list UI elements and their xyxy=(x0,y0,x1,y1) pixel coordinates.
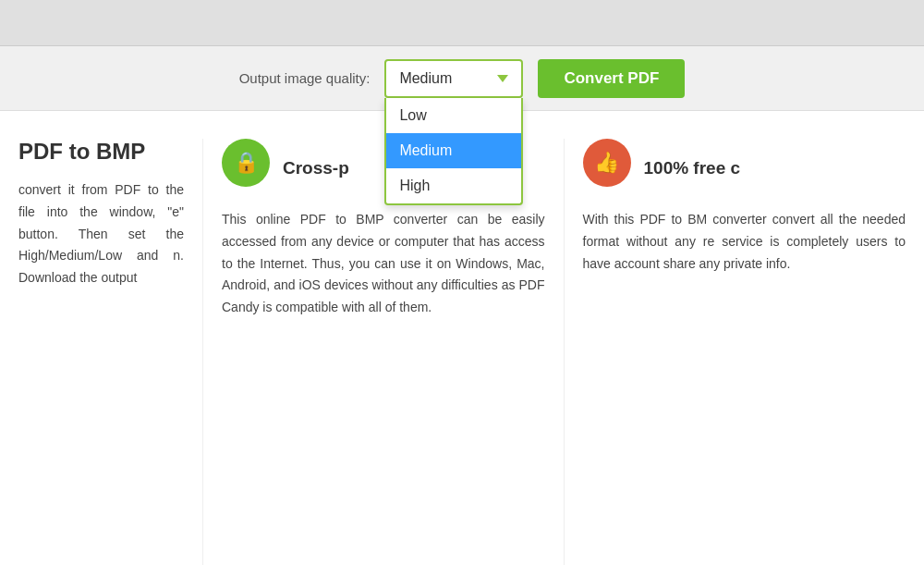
col3-header: 👍 100% free c xyxy=(583,139,906,198)
dropdown-option-low[interactable]: Low xyxy=(386,98,521,133)
col1-text: convert it from PDF to the file into the… xyxy=(18,179,184,289)
dropdown-option-medium[interactable]: Medium xyxy=(386,133,521,168)
quality-dropdown-menu: Low Medium High xyxy=(384,98,523,205)
col3-text: With this PDF to BM converter convert al… xyxy=(583,209,906,275)
top-bar xyxy=(0,0,924,46)
quality-selected-value: Medium xyxy=(399,70,452,87)
col3-header-title: 100% free c xyxy=(644,158,741,178)
quality-label: Output image quality: xyxy=(239,70,371,86)
col1-title: PDF to BMP xyxy=(18,139,184,165)
quality-select-button[interactable]: Medium xyxy=(384,59,523,98)
col2-text: This online PDF to BMP converter can be … xyxy=(222,209,545,319)
convert-pdf-button[interactable]: Convert PDF xyxy=(538,59,685,98)
quality-select-wrapper: Medium Low Medium High xyxy=(384,59,523,98)
lock-icon-badge: 🔒 xyxy=(222,139,270,187)
chevron-down-icon xyxy=(497,75,508,82)
toolbar: Output image quality: Medium Low Medium … xyxy=(0,46,924,111)
thumbsup-icon-badge: 👍 xyxy=(583,139,631,187)
content-col-3: 👍 100% free c With this PDF to BM conver… xyxy=(565,139,925,565)
dropdown-option-high[interactable]: High xyxy=(386,168,521,203)
content-col-1: PDF to BMP convert it from PDF to the fi… xyxy=(0,139,203,565)
